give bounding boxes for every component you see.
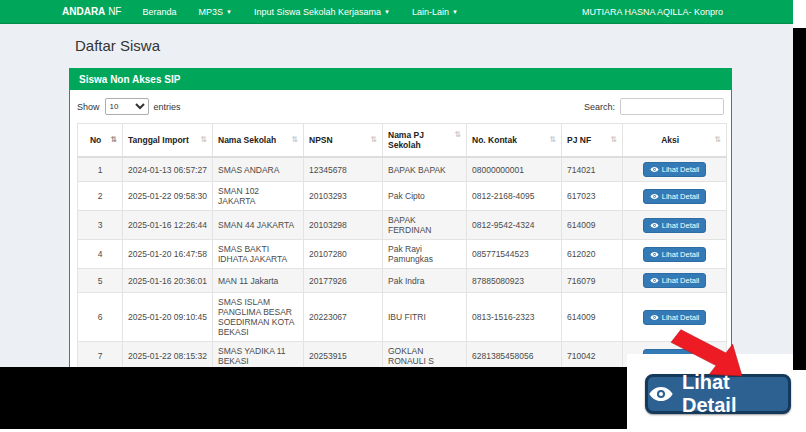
brand-logo[interactable]: ANDARA NF <box>62 6 121 17</box>
column-header-pj-nf[interactable]: ⇅PJ NF <box>562 124 623 158</box>
cell-pj-nf: 714021 <box>562 157 623 182</box>
cell-no-kontak: 0812-9542-4324 <box>467 211 562 240</box>
cell-npsn: 12345678 <box>304 157 383 182</box>
sort-icon: ⇅ <box>200 135 207 144</box>
column-label: PJ NF <box>567 135 591 145</box>
eye-icon <box>650 192 659 201</box>
siswa-panel: Siswa Non Akses SIP Show 10 entries Sear… <box>69 68 732 368</box>
cell-tanggal-import: 2025-01-20 16:47:58 <box>123 240 213 269</box>
cell-nama-pj-sekolah: IBU FITRI <box>383 293 467 342</box>
cell-nama-sekolah: SMAS ISLAM PANGLIMA BESAR SOEDIRMAN KOTA… <box>213 293 304 342</box>
column-header-tanggal-import[interactable]: ⇅Tanggal Import <box>123 124 213 158</box>
screenshot-stage: ANDARA NF Beranda MP3S▼ Input Siswa Seko… <box>0 0 806 432</box>
table-row: 4 2025-01-20 16:47:58 SMAS BAKTI IDHATA … <box>78 240 727 269</box>
cell-no: 4 <box>78 240 123 269</box>
cell-no-kontak: 87885080923 <box>467 269 562 293</box>
lihat-detail-button[interactable]: Lihat Detail <box>643 247 707 262</box>
column-label: NPSN <box>309 135 333 145</box>
cell-no: 6 <box>78 293 123 342</box>
cell-tanggal-import: 2025-01-22 09:58:30 <box>123 182 213 211</box>
column-header-no[interactable]: ⇅No <box>78 124 123 158</box>
chevron-down-icon: ▼ <box>452 9 458 15</box>
lihat-detail-button[interactable]: Lihat Detail <box>643 273 707 288</box>
cell-no-kontak: 08000000001 <box>467 157 562 182</box>
redaction-box-right <box>793 28 806 370</box>
chevron-down-icon: ▼ <box>226 9 232 15</box>
lihat-detail-button[interactable]: Lihat Detail <box>643 310 707 325</box>
cell-nama-sekolah: SMAS YADIKA 11 BEKASI <box>213 342 304 369</box>
lihat-detail-label: Lihat Detail <box>662 313 700 322</box>
cell-npsn: 20103293 <box>304 182 383 211</box>
cell-aksi: Lihat Detail <box>623 182 727 211</box>
nav-item-beranda[interactable]: Beranda <box>131 7 187 17</box>
table-controls: Show 10 entries Search: <box>77 98 724 115</box>
cell-npsn: 20177926 <box>304 269 383 293</box>
cell-npsn: 20107280 <box>304 240 383 269</box>
nav-item-mp3s[interactable]: MP3S▼ <box>188 7 243 17</box>
cell-tanggal-import: 2025-01-16 12:26:44 <box>123 211 213 240</box>
lihat-detail-button[interactable]: Lihat Detail <box>643 162 707 177</box>
column-header-aksi[interactable]: ⇅Aksi <box>623 124 727 158</box>
cell-tanggal-import: 2025-01-22 08:15:32 <box>123 342 213 369</box>
table-body: 1 2024-01-13 06:57:27 SMAS ANDARA 123456… <box>78 157 727 368</box>
column-label: No <box>90 135 101 145</box>
eye-icon <box>650 250 659 259</box>
eye-icon <box>650 221 659 230</box>
panel-body: Show 10 entries Search: <box>70 90 731 368</box>
user-menu[interactable]: MUTIARA HASNA AQILLA- Konpro <box>582 7 723 17</box>
brand-light: NF <box>108 6 121 17</box>
cell-nama-sekolah: SMAN 102 JAKARTA <box>213 182 304 211</box>
eye-icon <box>650 276 659 285</box>
nav-item-label: MP3S <box>199 7 224 17</box>
siswa-table: ⇅No ⇅Tanggal Import ⇅Nama Sekolah ⇅NPSN … <box>77 123 727 368</box>
cell-tanggal-import: 2025-01-16 20:36:01 <box>123 269 213 293</box>
cell-no: 3 <box>78 211 123 240</box>
column-header-npsn[interactable]: ⇅NPSN <box>304 124 383 158</box>
top-navbar: ANDARA NF Beranda MP3S▼ Input Siswa Seko… <box>0 0 793 24</box>
redaction-box-bottom <box>0 367 627 429</box>
cell-pj-nf: 612020 <box>562 240 623 269</box>
table-row: 3 2025-01-16 12:26:44 SMAN 44 JAKARTA 20… <box>78 211 727 240</box>
column-label: Tanggal Import <box>128 135 189 145</box>
column-header-nama-sekolah[interactable]: ⇅Nama Sekolah <box>213 124 304 158</box>
cell-nama-pj-sekolah: BAPAK BAPAK <box>383 157 467 182</box>
nav-item-lain-lain[interactable]: Lain-Lain▼ <box>401 7 469 17</box>
cell-nama-pj-sekolah: BAPAK FERDINAN <box>383 211 467 240</box>
chevron-down-icon: ▼ <box>384 9 390 15</box>
panel-header: Siswa Non Akses SIP <box>70 69 731 90</box>
cell-aksi: Lihat Detail <box>623 157 727 182</box>
lihat-detail-button[interactable]: Lihat Detail <box>643 189 707 204</box>
nav-item-label: Input Siswa Sekolah Kerjasama <box>254 7 381 17</box>
lihat-detail-label: Lihat Detail <box>662 276 700 285</box>
cell-pj-nf: 710042 <box>562 342 623 369</box>
cell-tanggal-import: 2025-01-20 09:10:45 <box>123 293 213 342</box>
sort-icon: ⇅ <box>549 135 556 144</box>
cell-nama-sekolah: SMAS ANDARA <box>213 157 304 182</box>
column-header-nama-pj-sekolah[interactable]: ⇅Nama PJ Sekolah <box>383 124 467 158</box>
nav-item-input-siswa[interactable]: Input Siswa Sekolah Kerjasama▼ <box>243 7 401 17</box>
search-label: Search: <box>584 102 615 112</box>
cell-nama-pj-sekolah: Pak Cipto <box>383 182 467 211</box>
nav-item-label: Lain-Lain <box>412 7 449 17</box>
column-header-no-kontak[interactable]: ⇅No. Kontak <box>467 124 562 158</box>
nav-item-label: Beranda <box>142 7 176 17</box>
cell-no: 5 <box>78 269 123 293</box>
lihat-detail-label: Lihat Detail <box>662 250 700 259</box>
cell-npsn: 20253915 <box>304 342 383 369</box>
search-input[interactable] <box>620 98 724 115</box>
column-label: Nama PJ Sekolah <box>388 130 424 150</box>
search-control: Search: <box>584 98 724 115</box>
cell-nama-pj-sekolah: Pak Indra <box>383 269 467 293</box>
column-label: Aksi <box>661 135 679 145</box>
page-size-select[interactable]: 10 <box>105 98 149 115</box>
cell-no: 7 <box>78 342 123 369</box>
sort-icon: ⇅ <box>110 135 117 144</box>
eye-icon <box>650 165 659 174</box>
cell-aksi: Lihat Detail <box>623 240 727 269</box>
sort-icon: ⇅ <box>370 135 377 144</box>
show-label: Show <box>77 102 100 112</box>
nav-menu: Beranda MP3S▼ Input Siswa Sekolah Kerjas… <box>131 7 469 17</box>
lihat-detail-button[interactable]: Lihat Detail <box>643 218 707 233</box>
cell-pj-nf: 614009 <box>562 293 623 342</box>
table-row: 5 2025-01-16 20:36:01 MAN 11 Jakarta 201… <box>78 269 727 293</box>
